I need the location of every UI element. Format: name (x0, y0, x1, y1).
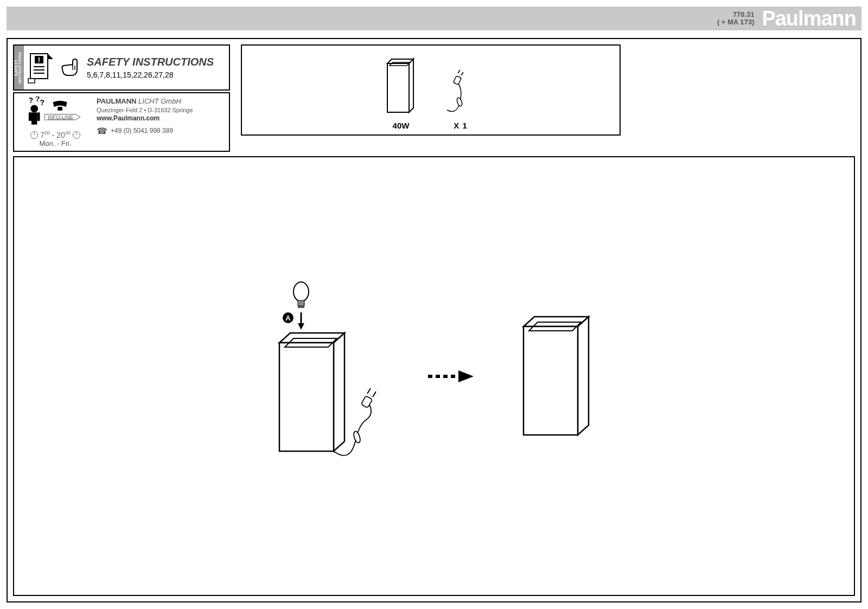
svg-rect-19 (387, 63, 409, 112)
company-light: LICHT GmbH (136, 97, 181, 105)
svg-rect-16 (58, 107, 62, 111)
overview-lamp: 40W (382, 54, 420, 130)
svg-rect-27 (298, 306, 304, 308)
svg-text:?: ? (40, 99, 44, 107)
svg-text:?: ? (29, 97, 33, 105)
svg-point-9 (30, 105, 38, 113)
svg-marker-41 (458, 370, 474, 382)
phone-row: ☎ +49 (0) 5041 998 389 (97, 125, 226, 137)
svg-marker-18 (409, 59, 413, 112)
wattage-label: 40W (382, 121, 420, 130)
svg-line-39 (373, 392, 376, 397)
svg-marker-33 (334, 333, 344, 451)
svg-marker-43 (578, 317, 589, 435)
product-code-block: 770.31 ( + MA 173) (717, 11, 755, 27)
quantity-label: X 1 (442, 121, 480, 130)
svg-line-38 (367, 388, 371, 394)
brand-logo: Paulmann (762, 7, 856, 30)
safety-tab-label: SAFETY INSTRUCTIONS (14, 46, 24, 89)
svg-line-23 (458, 70, 460, 73)
product-code: 770.31 (717, 11, 755, 18)
svg-line-24 (461, 72, 463, 75)
svg-rect-10 (31, 112, 37, 124)
svg-marker-1 (48, 54, 53, 59)
phone-number: +49 (0) 5041 998 389 (111, 126, 173, 135)
days-text: Mon. - Fri. (39, 139, 71, 148)
arrow-right-dashed-icon (426, 368, 475, 384)
assembly-result (513, 306, 610, 447)
clock-icon (30, 131, 38, 139)
svg-rect-26 (298, 300, 304, 306)
svg-rect-44 (524, 326, 578, 435)
infoline-label: INFO-LINE (48, 114, 73, 120)
hours-row: 700 - 2000 (30, 130, 80, 139)
svg-marker-31 (298, 323, 304, 330)
lamp-final-icon (513, 306, 610, 447)
svg-point-36 (353, 430, 361, 443)
infoline-icon: ? ? ? INFO-LINE (20, 97, 91, 129)
svg-point-21 (456, 97, 463, 107)
hours-text: 700 - 2000 (40, 130, 71, 139)
contact-left: ? ? ? INFO-LINE 700 - 2000 Mon. - Fri. (17, 97, 93, 148)
assembly-diagram-box: A (13, 156, 855, 596)
svg-point-25 (293, 282, 309, 302)
header-bar: 770.31 ( + MA 173) Paulmann (7, 7, 861, 30)
assembly-step-a: A (258, 279, 388, 474)
ma-code: ( + MA 173) (717, 18, 755, 26)
svg-rect-12 (37, 112, 40, 121)
svg-text:?: ? (35, 97, 40, 103)
safety-title: SAFETY INSTRUCTIONS (87, 56, 226, 68)
company-bold: PAULMANN (97, 97, 136, 105)
product-overview-box: 40W X 1 (241, 44, 621, 136)
document-warning-icon: ! (27, 52, 54, 84)
svg-text:!: ! (38, 56, 40, 64)
company-address: Quezinger Feld 2 • D-31832 Springe (97, 106, 226, 114)
svg-rect-11 (29, 112, 31, 121)
svg-text:A: A (285, 314, 291, 322)
cable-plug-icon (442, 56, 480, 121)
safety-body: ! SAFETY INSTRUCTIONS 5,6,7,8,11,15,22,2… (24, 46, 229, 89)
page-frame: SAFETY INSTRUCTIONS ! SAFETY INSTRUCTION… (7, 38, 861, 602)
clock-icon (73, 131, 80, 139)
svg-rect-37 (361, 395, 372, 408)
company-website: www.Paulmann.com (97, 114, 226, 123)
contact-right: PAULMANN LICHT GmbH Quezinger Feld 2 • D… (97, 97, 226, 148)
pointing-hand-icon (60, 57, 81, 79)
lamp-icon (382, 54, 420, 119)
svg-rect-22 (454, 76, 462, 85)
svg-rect-34 (279, 343, 334, 451)
contact-info-box: ? ? ? INFO-LINE 700 - 2000 Mon. - Fri. P… (13, 92, 230, 152)
lamp-bulb-insert-icon: A (258, 279, 388, 474)
phone-icon: ☎ (97, 125, 107, 137)
overview-cable: X 1 (442, 56, 480, 130)
safety-numbers: 5,6,7,8,11,15,22,26,27,28 (87, 70, 226, 79)
safety-instructions-box: SAFETY INSTRUCTIONS ! SAFETY INSTRUCTION… (13, 44, 230, 91)
company-name: PAULMANN LICHT GmbH (97, 97, 226, 106)
